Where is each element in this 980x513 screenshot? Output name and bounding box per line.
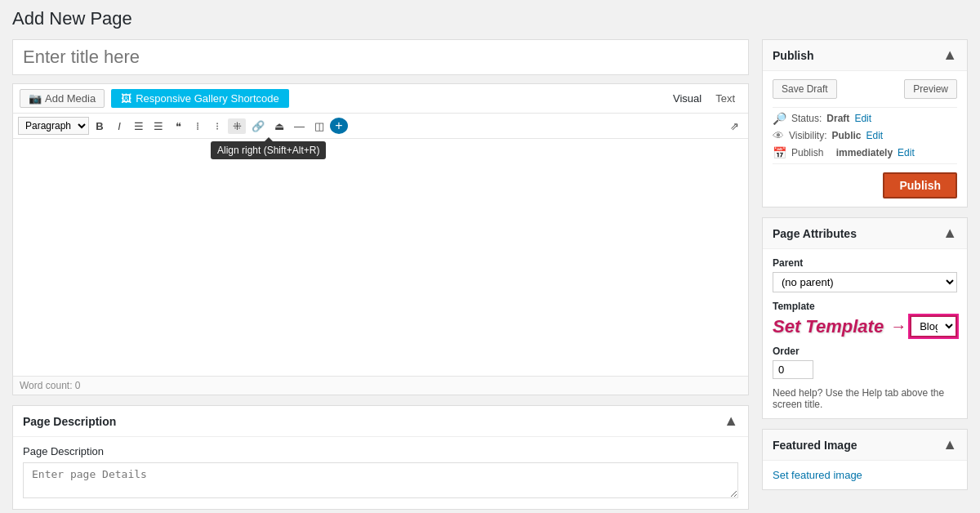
status-label: Status: — [791, 113, 822, 124]
order-input[interactable] — [773, 360, 813, 379]
align-left-button[interactable]: ⁞ — [189, 118, 207, 134]
format-bar: Paragraph B I ☰ ☰ ❝ ⁞ ⁝ ⁜ 🔗 ⏏ ― ◫ + ⇗ — [13, 114, 748, 139]
featured-image-body: Set featured image — [763, 461, 967, 489]
publish-panel: Publish ▲ Save Draft Preview 🔎 Status: D… — [762, 39, 968, 207]
status-value: Draft — [826, 113, 849, 124]
paragraph-select[interactable]: Paragraph — [18, 117, 89, 135]
order-label: Order — [773, 346, 957, 357]
publish-timing-value: immediately — [836, 147, 893, 158]
set-featured-image-link[interactable]: Set featured image — [773, 469, 862, 481]
add-button[interactable]: + — [330, 118, 348, 134]
publish-panel-header[interactable]: Publish ▲ — [763, 40, 967, 71]
featured-image-title: Featured Image — [773, 439, 857, 452]
publish-button-row: Publish — [773, 172, 957, 199]
page-attributes-header[interactable]: Page Attributes ▲ — [763, 218, 967, 249]
publish-panel-toggle[interactable]: ▲ — [942, 47, 957, 64]
table-button[interactable]: ◫ — [310, 118, 328, 134]
page-attributes-toggle[interactable]: ▲ — [942, 225, 957, 242]
link-button[interactable]: 🔗 — [247, 118, 269, 134]
template-label: Template — [773, 301, 957, 312]
editor-content[interactable] — [13, 139, 748, 376]
parent-label: Parent — [773, 257, 957, 269]
publish-panel-title: Publish — [773, 49, 814, 62]
page-attributes-title: Page Attributes — [773, 227, 857, 240]
help-text: Need help? Use the Help tab above the sc… — [773, 387, 957, 410]
page-title: Add New Page — [12, 8, 968, 29]
page-description-title: Page Description — [23, 415, 116, 428]
visibility-icon: 👁 — [773, 129, 784, 142]
publish-actions: Save Draft Preview — [773, 79, 957, 99]
featured-image-header[interactable]: Featured Image ▲ — [763, 430, 967, 461]
preview-button[interactable]: Preview — [904, 79, 957, 99]
publish-timing — [828, 147, 831, 158]
publish-timing-row: 📅 Publish immediately Edit — [773, 146, 957, 159]
annotation-arrow-icon: → — [890, 317, 906, 336]
italic-button[interactable]: I — [110, 118, 128, 134]
featured-image-panel: Featured Image ▲ Set featured image — [762, 429, 968, 490]
unordered-list-button[interactable]: ☰ — [130, 118, 148, 134]
add-media-button[interactable]: 📷 Add Media — [20, 89, 105, 108]
media-icon: 📷 — [29, 92, 42, 105]
parent-select[interactable]: (no parent) — [773, 272, 957, 292]
parent-field: Parent (no parent) — [773, 257, 957, 292]
bold-button[interactable]: B — [91, 118, 109, 134]
save-draft-button[interactable]: Save Draft — [773, 79, 837, 99]
page-description-toggle[interactable]: ▲ — [724, 413, 738, 430]
visibility-label: Visibility: — [789, 130, 826, 141]
template-select[interactable]: Blog — [910, 315, 957, 337]
publish-label: Publish — [791, 147, 823, 158]
order-field: Order — [773, 346, 957, 379]
status-edit-link[interactable]: Edit — [854, 113, 871, 124]
page-attributes-panel: Page Attributes ▲ Parent (no parent) Tem… — [762, 217, 968, 419]
blockquote-button[interactable]: ❝ — [169, 118, 187, 134]
page-description-input[interactable] — [23, 462, 738, 498]
fullscreen-button[interactable]: ⇗ — [725, 118, 743, 134]
insert-more-button[interactable]: ― — [290, 118, 309, 134]
featured-image-toggle[interactable]: ▲ — [942, 436, 957, 453]
page-description-label: Page Description — [23, 445, 738, 457]
page-description-body: Page Description — [13, 437, 748, 509]
visibility-edit-link[interactable]: Edit — [866, 130, 883, 141]
editor-box: 📷 Add Media 🖼 Responsive Gallery Shortco… — [12, 83, 749, 395]
publish-timing-edit-link[interactable]: Edit — [898, 147, 915, 158]
calendar-icon: 📅 — [773, 146, 786, 159]
set-template-annotation: Set Template — [773, 316, 884, 337]
word-count: Word count: 0 — [13, 376, 748, 395]
visibility-value: Public — [831, 130, 861, 141]
status-icon: 🔎 — [773, 112, 786, 125]
unlink-button[interactable]: ⏏ — [270, 118, 288, 134]
align-center-button[interactable]: ⁝ — [208, 118, 226, 134]
text-tab[interactable]: Text — [709, 91, 742, 106]
align-right-tooltip: Align right (Shift+Alt+R) — [211, 141, 326, 159]
page-attributes-body: Parent (no parent) Template Set Template… — [763, 249, 967, 418]
visibility-row: 👁 Visibility: Public Edit — [773, 129, 957, 142]
page-description-metabox: Page Description ▲ Page Description — [12, 405, 749, 510]
page-title-input[interactable] — [12, 39, 749, 75]
view-toggle: Visual Text — [666, 91, 742, 106]
status-row: 🔎 Status: Draft Edit — [773, 112, 957, 125]
media-row: 📷 Add Media 🖼 Responsive Gallery Shortco… — [13, 84, 748, 114]
align-right-button[interactable]: ⁜ — [228, 118, 246, 134]
publish-button[interactable]: Publish — [883, 172, 957, 199]
gallery-shortcode-button[interactable]: 🖼 Responsive Gallery Shortcode — [111, 89, 289, 108]
visual-tab[interactable]: Visual — [666, 91, 708, 106]
ordered-list-button[interactable]: ☰ — [149, 118, 167, 134]
gallery-icon: 🖼 — [121, 92, 131, 105]
template-annotation: Set Template → Blog — [773, 315, 957, 337]
template-field: Template Set Template → Blog — [773, 301, 957, 337]
page-description-header[interactable]: Page Description ▲ — [13, 406, 748, 437]
publish-panel-body: Save Draft Preview 🔎 Status: Draft Edit … — [763, 71, 967, 207]
